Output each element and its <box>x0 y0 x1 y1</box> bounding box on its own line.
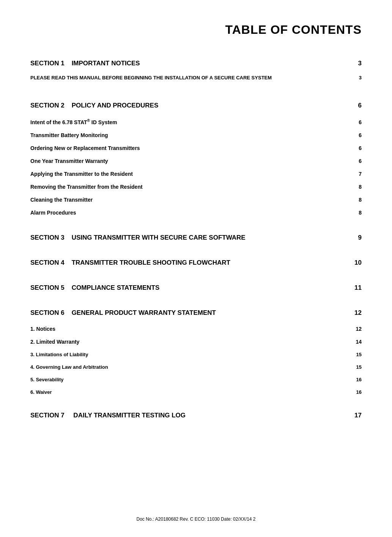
section7-page: 17 <box>354 412 362 419</box>
section1-page: 3 <box>358 60 362 67</box>
section6-sub4-page: 15 <box>356 364 362 370</box>
section6-sub5-text: 5. Severability <box>30 377 356 382</box>
footer: Doc No.: A20180682 Rev. C ECO: 11030 Dat… <box>0 516 392 522</box>
section1-heading-row: SECTION 1 IMPORTANT NOTICES 3 <box>30 51 362 69</box>
section6-sub2-page: 14 <box>356 339 362 345</box>
section2-sub6-text: Removing the Transmitter from the Reside… <box>30 184 359 190</box>
section6-label: SECTION 6 GENERAL PRODUCT WARRANTY STATE… <box>30 309 354 317</box>
section2-sub2-text: Transmitter Battery Monitoring <box>30 132 359 138</box>
section2-sub5-text: Applying the Transmitter to the Resident <box>30 171 359 177</box>
section6-sub1-page: 12 <box>356 326 362 332</box>
section2-label: SECTION 2 POLICY AND PROCEDURES <box>30 102 358 109</box>
section1-sub1-text: PLEASE READ THIS MANUAL BEFORE BEGINNING… <box>30 75 359 81</box>
section6-sub6-text: 6. Waiver <box>30 389 356 395</box>
section6-sub3-row: 3. Limitations of Liability 15 <box>30 348 362 357</box>
section3-heading-row: SECTION 3 USING TRANSMITTER WITH SECURE … <box>30 225 362 244</box>
section2-sub2-page: 6 <box>359 132 362 138</box>
section2-sub4-page: 6 <box>359 158 362 164</box>
section4-label: SECTION 4 TRANSMITTER TROUBLE SHOOTING F… <box>30 259 354 267</box>
section2-sub7-text: Cleaning the Transmitter <box>30 197 359 203</box>
section5-block: SECTION 5 COMPLIANCE STATEMENTS 11 <box>30 275 362 294</box>
section6-page: 12 <box>354 309 362 317</box>
section6-sub1-text: 1. Notices <box>30 326 356 332</box>
section2-sub8-text: Alarm Procedures <box>30 210 359 216</box>
section6-sub3-text: 3. Limitations of Liability <box>30 352 356 357</box>
section2-sub1-text: Intent of the 6.78 STAT® ID System <box>30 118 359 125</box>
section6-sub2-row: 2. Limited Warranty 14 <box>30 335 362 345</box>
section4-page: 10 <box>354 259 362 267</box>
section2-sub8-page: 8 <box>359 210 362 216</box>
section7-block: SECTION 7 DAILY TRANSMITTER TESTING LOG … <box>30 403 362 422</box>
section6-sub4-row: 4. Governing Law and Arbitration 15 <box>30 360 362 370</box>
section3-block: SECTION 3 USING TRANSMITTER WITH SECURE … <box>30 225 362 244</box>
section2-sub4-text: One Year Transmitter Warranty <box>30 158 359 164</box>
section2-sub2-row: Transmitter Battery Monitoring 6 <box>30 128 362 138</box>
section1-block: SECTION 1 IMPORTANT NOTICES 3 PLEASE REA… <box>30 51 362 82</box>
section6-sub6-row: 6. Waiver 16 <box>30 385 362 395</box>
section5-heading-row: SECTION 5 COMPLIANCE STATEMENTS 11 <box>30 275 362 294</box>
section2-heading-row: SECTION 2 POLICY AND PROCEDURES 6 <box>30 93 362 112</box>
section2-sub5-page: 7 <box>359 171 362 177</box>
section6-sub1-row: 1. Notices 12 <box>30 322 362 332</box>
section6-heading-row: SECTION 6 GENERAL PRODUCT WARRANTY STATE… <box>30 300 362 319</box>
page-title: TABLE OF CONTENTS <box>30 23 362 37</box>
section2-sub6-row: Removing the Transmitter from the Reside… <box>30 180 362 190</box>
section2-sub3-row: Ordering New or Replacement Transmitters… <box>30 141 362 151</box>
section7-label: SECTION 7 DAILY TRANSMITTER TESTING LOG <box>30 412 354 419</box>
section6-sub5-page: 16 <box>356 377 362 382</box>
section1-sub1-page: 3 <box>359 75 362 81</box>
section2-sub1-row: Intent of the 6.78 STAT® ID System 6 <box>30 115 362 125</box>
section3-page: 9 <box>358 234 362 242</box>
section2-sub3-page: 6 <box>359 145 362 151</box>
section6-sub2-text: 2. Limited Warranty <box>30 339 356 345</box>
section6-sub6-page: 16 <box>356 389 362 395</box>
section6-sub5-row: 5. Severability 16 <box>30 373 362 382</box>
section2-sub7-page: 8 <box>359 197 362 203</box>
section2-sub4-row: One Year Transmitter Warranty 6 <box>30 154 362 164</box>
section6-block: SECTION 6 GENERAL PRODUCT WARRANTY STATE… <box>30 300 362 395</box>
section5-page: 11 <box>354 284 362 292</box>
section5-label: SECTION 5 COMPLIANCE STATEMENTS <box>30 284 354 292</box>
section2-sub1-page: 6 <box>359 119 362 125</box>
section2-block: SECTION 2 POLICY AND PROCEDURES 6 Intent… <box>30 93 362 216</box>
section3-label: SECTION 3 USING TRANSMITTER WITH SECURE … <box>30 234 358 242</box>
section2-sub7-row: Cleaning the Transmitter 8 <box>30 193 362 203</box>
section1-sub1-row: PLEASE READ THIS MANUAL BEFORE BEGINNING… <box>30 72 362 82</box>
section6-sub3-page: 15 <box>356 352 362 357</box>
section1-label: SECTION 1 IMPORTANT NOTICES <box>30 60 358 67</box>
section4-block: SECTION 4 TRANSMITTER TROUBLE SHOOTING F… <box>30 250 362 269</box>
section2-page: 6 <box>358 102 362 109</box>
section2-sub8-row: Alarm Procedures 8 <box>30 206 362 216</box>
section7-heading-row: SECTION 7 DAILY TRANSMITTER TESTING LOG … <box>30 403 362 422</box>
section2-sub3-text: Ordering New or Replacement Transmitters <box>30 145 359 151</box>
section2-sub6-page: 8 <box>359 184 362 190</box>
section2-sub5-row: Applying the Transmitter to the Resident… <box>30 167 362 177</box>
toc-content: SECTION 1 IMPORTANT NOTICES 3 PLEASE REA… <box>30 51 362 422</box>
section4-heading-row: SECTION 4 TRANSMITTER TROUBLE SHOOTING F… <box>30 250 362 269</box>
section6-sub4-text: 4. Governing Law and Arbitration <box>30 364 356 370</box>
